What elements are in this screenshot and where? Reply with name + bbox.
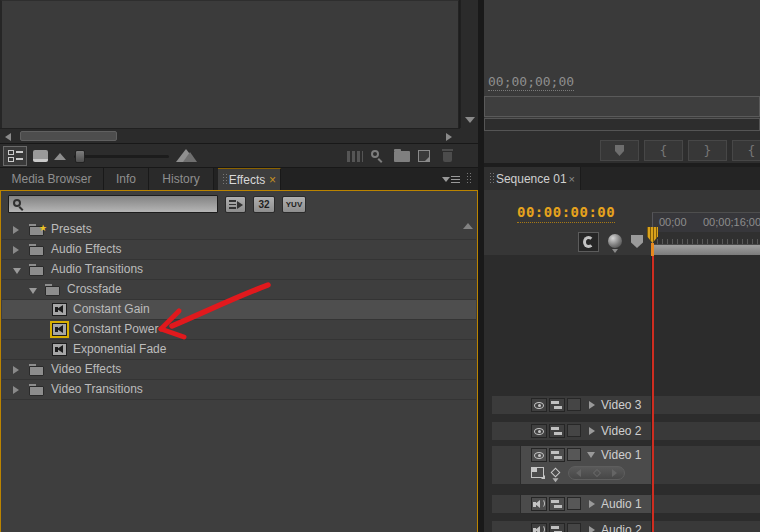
tree-item-label: Audio Effects (51, 240, 122, 259)
track-lock-toggle[interactable] (567, 424, 581, 437)
icon-view-button[interactable] (32, 149, 48, 162)
scroll-right-icon[interactable] (446, 133, 452, 141)
tree-item-presets[interactable]: Presets (2, 220, 476, 240)
chevron-right-icon[interactable] (13, 246, 19, 254)
scroll-down-icon[interactable] (465, 117, 475, 123)
program-scroll-bar[interactable] (484, 118, 760, 131)
tree-item-audio-effects[interactable]: Audio Effects (2, 240, 476, 260)
track-row-video3[interactable]: Video 3 (484, 396, 760, 414)
chevron-down-icon[interactable] (29, 288, 37, 294)
tree-item-label: Video Transitions (51, 380, 143, 399)
effects-search-input[interactable] (8, 195, 218, 213)
track-content[interactable] (652, 495, 760, 513)
track-row-audio1[interactable]: Audio 1 (484, 495, 760, 513)
scrollbar-thumb[interactable] (20, 131, 117, 141)
new-bin-button[interactable] (394, 151, 410, 162)
tab-sequence-01[interactable]: Sequence 01 × (484, 167, 581, 190)
project-horizontal-scrollbar[interactable] (0, 128, 460, 143)
zoom-slider-thumb[interactable] (75, 150, 85, 163)
chevron-down-icon[interactable] (587, 452, 595, 458)
scroll-up-icon[interactable] (463, 223, 473, 229)
time-ruler[interactable]: 00;00 00;00;16;00 (652, 212, 760, 232)
tab-history[interactable]: History (149, 168, 214, 190)
sequence-timecode[interactable]: 00:00:00:00 (517, 204, 615, 223)
next-keyframe-icon[interactable] (612, 469, 617, 477)
chevron-right-icon[interactable] (589, 401, 595, 409)
mark-out-button[interactable]: } (688, 140, 727, 161)
toggle-track-output-button[interactable] (531, 424, 547, 438)
close-icon[interactable]: × (269, 169, 276, 191)
new-item-button[interactable] (418, 150, 430, 162)
panel-grip-icon[interactable] (466, 172, 471, 185)
track-lock-toggle[interactable] (567, 448, 581, 461)
goto-in-button[interactable]: { (732, 140, 760, 161)
set-display-style-button[interactable] (531, 467, 544, 478)
previous-keyframe-icon[interactable] (576, 469, 581, 477)
zoom-out-icon[interactable] (54, 153, 66, 160)
tree-item-constant-gain[interactable]: Constant Gain (2, 300, 476, 320)
set-marker-button[interactable] (631, 235, 643, 248)
tree-item-constant-power[interactable]: Constant Power (2, 320, 476, 340)
tree-item-video-transitions[interactable]: Video Transitions (2, 380, 476, 400)
chevron-right-icon[interactable] (589, 526, 595, 532)
track-row-video2[interactable]: Video 2 (484, 422, 760, 440)
sync-lock-button[interactable] (549, 497, 565, 511)
tab-info[interactable]: Info (104, 168, 149, 190)
track-lock-toggle[interactable] (567, 398, 581, 411)
program-timecode[interactable]: 00;00;00;00 (488, 74, 574, 91)
program-viewing-area-bar[interactable] (484, 96, 760, 117)
track-content[interactable] (652, 422, 760, 440)
audio-transition-icon (52, 303, 67, 316)
track-lock-toggle[interactable] (567, 497, 581, 510)
yuv-filter-button[interactable]: YUV (282, 196, 306, 213)
toggle-track-output-button[interactable] (531, 398, 547, 412)
tree-item-video-effects[interactable]: Video Effects (2, 360, 476, 380)
chevron-right-icon[interactable] (589, 427, 595, 435)
track-area: Video 3 Video 2 (484, 255, 760, 532)
sync-lock-button[interactable] (549, 424, 565, 438)
tab-media-browser[interactable]: Media Browser (0, 168, 104, 190)
zoom-in-icon-shade (183, 152, 197, 162)
toggle-track-mute-button[interactable] (531, 497, 547, 511)
encore-chapter-marker-button[interactable] (608, 234, 622, 248)
mark-in-button[interactable]: { (644, 140, 683, 161)
accelerated-effects-filter-button[interactable] (225, 196, 246, 213)
tree-item-crossfade[interactable]: Crossfade (2, 280, 476, 300)
marker-button[interactable] (600, 140, 639, 161)
toggle-track-output-button[interactable] (531, 448, 547, 462)
track-content[interactable] (652, 446, 760, 484)
accelerated-effects-icon (229, 200, 236, 209)
close-icon[interactable]: × (569, 173, 575, 185)
chevron-right-icon[interactable] (13, 366, 19, 374)
tree-item-audio-transitions[interactable]: Audio Transitions (2, 260, 476, 280)
toggle-track-mute-button[interactable] (531, 523, 547, 532)
snap-toggle-button[interactable] (578, 232, 599, 252)
chevron-right-icon[interactable] (13, 386, 19, 394)
find-button[interactable] (371, 150, 384, 163)
track-lock-toggle[interactable] (567, 523, 581, 532)
track-content[interactable] (652, 396, 760, 414)
work-area-bar[interactable] (653, 244, 760, 255)
list-view-button[interactable] (3, 146, 27, 166)
track-row-audio2[interactable]: Audio 2 (484, 521, 760, 532)
sync-lock-button[interactable] (549, 448, 565, 462)
sync-lock-button[interactable] (549, 523, 565, 532)
timeline-panel: Sequence 01 × 00:00:00:00 00;00 00;00;16… (484, 167, 760, 532)
scroll-left-icon[interactable] (5, 133, 11, 141)
tab-effects[interactable]: Effects × (218, 168, 281, 190)
add-keyframe-icon[interactable] (592, 469, 600, 477)
zoom-slider-track[interactable] (74, 155, 169, 158)
panel-menu-button[interactable] (440, 168, 462, 190)
track-content[interactable] (652, 521, 760, 532)
chevron-right-icon[interactable] (589, 500, 595, 508)
tree-item-exponential-fade[interactable]: Exponential Fade (2, 340, 476, 360)
delete-button[interactable] (441, 149, 454, 163)
chevron-down-icon[interactable] (13, 268, 21, 274)
track-row-video1[interactable]: Video 1 (484, 446, 760, 484)
keyframe-navigator[interactable] (568, 466, 625, 480)
project-vertical-scrollbar[interactable] (460, 0, 478, 128)
sync-lock-button[interactable] (549, 398, 565, 412)
chevron-right-icon[interactable] (13, 226, 19, 234)
32bit-filter-button[interactable]: 32 (253, 196, 275, 213)
automate-to-sequence-button[interactable] (347, 151, 363, 162)
